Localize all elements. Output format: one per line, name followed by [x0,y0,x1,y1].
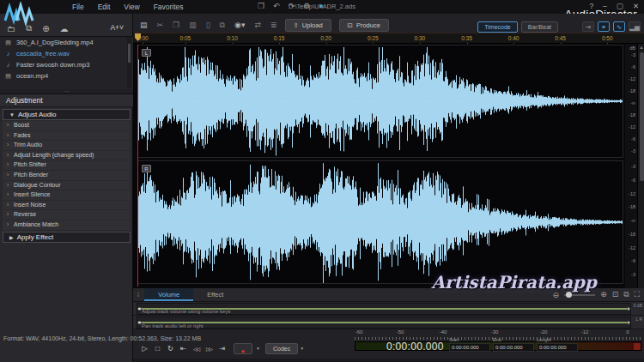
normalize-icon[interactable]: ≣ [270,21,277,30]
adjust-tool-item[interactable]: ›Dialogue Contour [3,181,131,190]
go-to-start-button[interactable]: ⇤ [177,344,190,353]
chevron-right-icon: › [7,190,9,200]
pan-key-end[interactable] [627,321,631,325]
ruler-tick: 0:45 [555,35,566,41]
produce-button[interactable]: ⊡ Produce [339,19,389,32]
pan-keyframe-line[interactable] [138,322,629,323]
file-name: Faster swoosh down.mp3 [16,61,89,69]
watermark-text: ArtistaPirata.app [431,272,597,293]
record-button[interactable]: ● [234,343,252,354]
paste-icon[interactable]: ▥ [189,21,197,30]
download-sound-clips-icon[interactable]: ⊕ [42,24,49,33]
meter-label: -20 [540,329,548,335]
ruler-tick: 0:25 [368,35,379,41]
pan-key-start[interactable] [137,321,142,325]
apply-effect-section[interactable]: ▶Apply Effect [3,232,131,243]
file-name: cascadia_free.wav [16,50,70,57]
left-channel-track[interactable]: L [137,45,623,158]
media-file-row[interactable]: ▤ 360_A.I_DogSledding.mp4 [0,37,133,48]
ruler-tick: 0:40 [508,35,519,41]
adjust-tool-item[interactable]: ›Adjust Length (change speed) [3,151,131,160]
copy-icon[interactable]: ❐ [173,21,179,30]
adjust-audio-section[interactable]: ▼Adjust Audio [3,109,131,120]
adjust-tool-item[interactable]: ›Pitch Bender [3,171,131,180]
right-channel-waveform[interactable] [138,161,623,283]
volume-key-start[interactable] [137,307,142,311]
zoom-in-icon[interactable]: ⊕ [600,290,607,299]
scrollbar-thumb[interactable] [640,52,644,181]
keyframe-tab[interactable]: Effect [193,288,237,301]
crop-icon[interactable]: ⧉ [220,21,225,30]
zoom-slider-knob[interactable] [566,292,572,298]
chevron-right-icon: › [7,151,9,160]
produce-icon: ⊡ [348,21,353,29]
fast-forward-button[interactable]: ▷▷ [203,346,216,352]
marker-icon[interactable]: ◉▾ [234,21,245,30]
bottom-strip [133,359,644,362]
record-options-caret[interactable]: ▼ [256,346,260,351]
keyframe-tab[interactable]: Volume [144,288,193,301]
left-channel-waveform[interactable] [138,45,623,157]
time-mode-button[interactable]: Bar/Beat [521,21,558,33]
chevron-right-icon: › [7,160,9,170]
rewind-button[interactable]: ◁◁ [190,346,203,352]
adjust-tool-item[interactable]: ›Reverse [3,210,131,220]
adjust-tool-item[interactable]: ›Pitch Shifter [3,160,131,170]
convert-icon[interactable]: ⇄ [254,21,261,30]
db-scale: dB -3-6-12-18-∞-18-12-6-3 -3-6-12-18-∞-1… [625,44,637,300]
volume-side-label: 0 dB [634,303,642,308]
expand-panel-icon[interactable]: ⛶ [635,290,640,299]
db-mark: -∞ [629,218,635,223]
file-name: ocean.mp4 [16,72,48,80]
adjust-tool-item[interactable]: ›Insert Noise [3,201,131,210]
zoom-slider[interactable] [564,294,595,296]
volume-key-end[interactable] [627,307,631,311]
scrollbar-thumb[interactable] [128,44,131,63]
timeline-ruler[interactable]: 0:000:050:100:150:200:250:300:350:400:45… [133,33,644,44]
loop-button[interactable]: ↻ [164,344,177,353]
audio-file-icon: ♪ [4,62,12,68]
db-mark: -12 [629,245,635,250]
scroll-up-icon[interactable]: ▲ [638,45,644,50]
right-channel-track[interactable]: R [137,160,623,284]
go-to-end-button[interactable]: ⇥ [216,344,228,353]
zoom-fit-icon[interactable]: ⊡ [612,290,619,299]
db-mark: -∞ [629,100,635,106]
upload-button[interactable]: ⇧ Upload [285,19,331,32]
codec-button[interactable]: Codec [265,343,298,354]
adjust-tool-item[interactable]: ›Ambiance Match [3,220,131,230]
ruler-tick: 0:50 [602,35,613,41]
location-field: Length 0:00:00.000 [537,337,578,352]
media-file-row[interactable]: ♪ Faster swoosh down.mp3 [0,59,133,70]
zoom-selection-icon[interactable]: ⧉ [623,290,629,299]
spectral-view-icon[interactable]: ▂▅ [629,21,641,32]
sort-dropdown[interactable]: A+˅ [110,23,124,32]
db-mark: -6 [629,64,635,69]
adjust-tool-item[interactable]: ›Fades [3,131,131,141]
drag-grip-icon[interactable]: ⁞ [137,291,139,299]
play-button[interactable]: ▷ [138,344,151,353]
meter-label: -40 [440,329,447,335]
time-mode-button[interactable]: Timecode [477,21,517,33]
media-file-row[interactable]: ♪ cascadia_free.wav [0,48,133,59]
clip-view-icon[interactable]: ≡ [598,21,610,32]
codec-caret[interactable]: ▼ [300,346,304,351]
waveform-view-icon[interactable]: ∿ [613,21,625,32]
waveform-scrollbar[interactable]: ▲ ▼ [637,44,644,300]
time-display-modes: TimecodeBar/Beat [477,21,558,33]
stop-button[interactable]: □ [151,344,164,353]
library-scrollbar[interactable] [127,37,131,88]
adjust-tool-item[interactable]: ›Insert Silence [3,190,131,200]
cut-icon[interactable]: ✂ [157,21,164,30]
adjust-tool-item[interactable]: ›Trim Audio [3,141,131,150]
location-fields: Start 0:00:00.000 End 0:00:00.000 Length… [449,337,578,352]
chevron-right-icon: › [7,171,9,180]
fit-project-icon[interactable]: ⇥ [582,21,594,32]
cloud-icon[interactable]: ☁ [60,24,69,33]
location-field: Start 0:00:00.000 [449,337,490,352]
adjust-tool-item[interactable]: ›Boost [3,121,131,130]
delete-icon[interactable]: ▯ [206,21,210,30]
new-clip-icon[interactable]: ▤ [140,21,148,30]
media-file-row[interactable]: ▤ ocean.mp4 [0,70,133,81]
meter-label: -12 [581,329,589,335]
